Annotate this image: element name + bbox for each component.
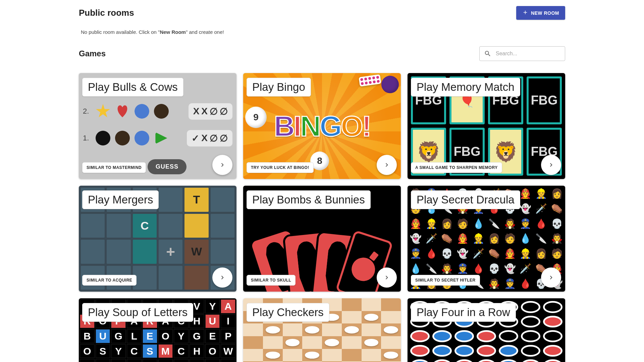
play-button[interactable]: [212, 267, 232, 288]
game-card-memory-match[interactable]: FBG🎈FBGFBG FBGFBG Play Memory Match A SM…: [408, 73, 565, 179]
game-title: Play Bulls & Cows: [82, 78, 183, 97]
plus-icon: [522, 9, 528, 16]
game-card-secret-dracula[interactable]: 🧛👮🩸💀👻🗡️⚰️👨‍🚒👷👩🧑💧🔪🧛👮🩸💀👻🗡️⚰️👨‍🚒👷👩🧑💧🔪🧛👮🩸💀👻🗡…: [408, 186, 565, 292]
play-button[interactable]: [377, 267, 397, 288]
new-room-button[interactable]: NEW ROOM: [516, 6, 565, 20]
play-button[interactable]: [377, 155, 397, 175]
search-icon: [484, 50, 491, 57]
game-tag: SIMILAR TO SKULL: [247, 275, 296, 286]
game-title: Play Mergers: [82, 190, 159, 209]
game-title: Play Checkers: [247, 303, 329, 322]
game-card-bingo[interactable]: 9 8 BINGO! Play Bingo TRY YOUR LUCK AT B…: [243, 73, 401, 179]
new-room-label: NEW ROOM: [531, 10, 559, 16]
search-input[interactable]: [479, 46, 565, 61]
empty-rooms-message: No public room available. Click on "New …: [79, 23, 565, 38]
game-card-soup-of-letters[interactable]: ADGJMPSVYAROPARACHUIBUGLEOYGEPOSYCSMCHOW…: [79, 298, 236, 362]
game-title: Play Four in a Row: [411, 303, 516, 322]
game-title: Play Soup of Letters: [82, 303, 193, 322]
game-tag: SIMILAR TO MASTERMIND: [82, 162, 146, 173]
public-rooms-title: Public rooms: [79, 8, 134, 18]
play-button[interactable]: [212, 155, 232, 175]
game-title: Play Secret Dracula: [411, 190, 520, 209]
game-card-checkers[interactable]: Play Checkers: [243, 298, 401, 362]
game-title: Play Memory Match: [411, 78, 520, 97]
game-card-mergers[interactable]: T C +W Play Mergers SIMILAR TO ACQUIRE: [79, 186, 236, 292]
search-field[interactable]: [479, 46, 565, 61]
game-card-four-in-a-row[interactable]: Play Four in a Row: [408, 298, 565, 362]
game-tag: TRY YOUR LUCK AT BINGO!: [247, 162, 314, 173]
game-card-bombs-bunnies[interactable]: Play Bombs & Bunnies SIMILAR TO SKULL: [243, 186, 401, 292]
game-title: Play Bombs & Bunnies: [247, 190, 371, 209]
game-tag: A SMALL GAME TO SHARPEN MEMORY: [411, 162, 502, 173]
games-grid: 2. XX∅∅ 1.: [79, 73, 565, 362]
game-title: Play Bingo: [247, 78, 311, 97]
play-button[interactable]: [541, 267, 561, 288]
game-tag: SIMILAR TO SECRET HITLER: [411, 275, 480, 286]
game-tag: SIMILAR TO ACQUIRE: [82, 275, 137, 286]
game-card-bulls-cows[interactable]: 2. XX∅∅ 1.: [79, 73, 236, 179]
play-button[interactable]: [541, 155, 561, 175]
games-title: Games: [79, 49, 106, 58]
